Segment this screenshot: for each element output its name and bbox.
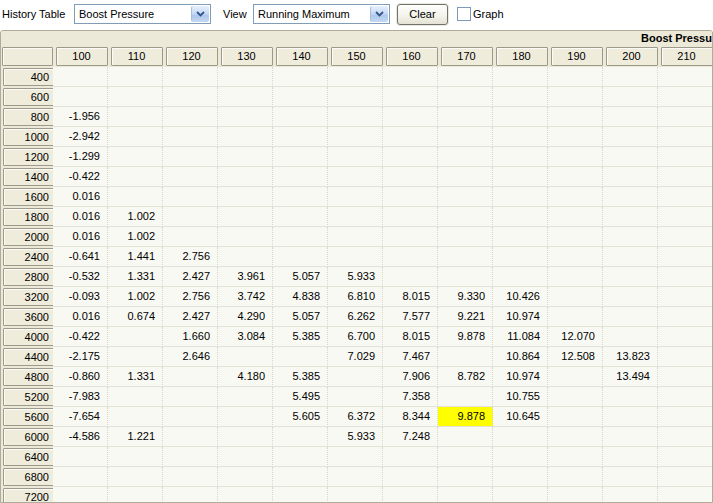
cell[interactable]: 3.084 — [218, 327, 273, 347]
cell[interactable] — [273, 127, 328, 147]
cell[interactable] — [273, 67, 328, 87]
cell[interactable]: 9.330 — [438, 287, 493, 307]
cell[interactable] — [603, 227, 658, 247]
cell[interactable] — [383, 447, 438, 467]
cell[interactable] — [163, 207, 218, 227]
cell[interactable] — [108, 187, 163, 207]
cell[interactable] — [438, 267, 493, 287]
cell[interactable] — [273, 107, 328, 127]
cell[interactable]: 2.646 — [163, 347, 218, 367]
graph-checkbox[interactable] — [457, 7, 471, 21]
cell[interactable] — [438, 127, 493, 147]
cell[interactable]: 5.057 — [273, 307, 328, 327]
cell[interactable] — [603, 267, 658, 287]
cell[interactable]: -0.422 — [53, 327, 108, 347]
cell[interactable] — [493, 107, 548, 127]
cell[interactable]: 2.427 — [163, 267, 218, 287]
cell[interactable]: 7.029 — [328, 347, 383, 367]
cell[interactable] — [438, 247, 493, 267]
cell[interactable] — [163, 87, 218, 107]
cell[interactable]: 5.495 — [273, 387, 328, 407]
cell[interactable]: 12.070 — [548, 327, 603, 347]
cell[interactable] — [548, 427, 603, 447]
cell[interactable]: 1.660 — [163, 327, 218, 347]
cell[interactable] — [658, 127, 713, 147]
cell[interactable] — [273, 227, 328, 247]
cell[interactable] — [328, 187, 383, 207]
cell[interactable]: -0.641 — [53, 247, 108, 267]
cell[interactable] — [548, 87, 603, 107]
cell[interactable] — [218, 387, 273, 407]
cell[interactable]: -2.175 — [53, 347, 108, 367]
cell[interactable] — [383, 487, 438, 503]
cell[interactable]: -0.860 — [53, 367, 108, 387]
cell[interactable] — [493, 267, 548, 287]
cell[interactable] — [218, 187, 273, 207]
cell[interactable] — [493, 207, 548, 227]
cell[interactable] — [493, 147, 548, 167]
cell[interactable]: 10.645 — [493, 407, 548, 427]
cell[interactable]: 7.906 — [383, 367, 438, 387]
cell[interactable]: 9.221 — [438, 307, 493, 327]
cell[interactable] — [658, 287, 713, 307]
cell[interactable]: 10.864 — [493, 347, 548, 367]
cell[interactable] — [273, 187, 328, 207]
cell[interactable]: 5.057 — [273, 267, 328, 287]
cell[interactable] — [603, 67, 658, 87]
cell[interactable]: 1.441 — [108, 247, 163, 267]
cell[interactable]: 0.016 — [53, 187, 108, 207]
chevron-down-icon[interactable] — [370, 6, 388, 22]
cell[interactable] — [493, 467, 548, 487]
cell[interactable]: 5.385 — [273, 367, 328, 387]
cell[interactable] — [438, 87, 493, 107]
cell[interactable] — [493, 247, 548, 267]
cell[interactable] — [548, 407, 603, 427]
cell[interactable]: -0.422 — [53, 167, 108, 187]
cell[interactable] — [328, 247, 383, 267]
cell[interactable]: 0.016 — [53, 227, 108, 247]
cell[interactable] — [328, 467, 383, 487]
cell[interactable] — [438, 187, 493, 207]
cell[interactable]: 11.084 — [493, 327, 548, 347]
cell[interactable]: 7.248 — [383, 427, 438, 447]
cell[interactable] — [603, 307, 658, 327]
cell[interactable] — [658, 107, 713, 127]
cell[interactable] — [603, 327, 658, 347]
cell[interactable] — [658, 67, 713, 87]
cell[interactable] — [273, 427, 328, 447]
cell[interactable] — [493, 67, 548, 87]
cell[interactable] — [218, 487, 273, 503]
cell[interactable] — [548, 127, 603, 147]
cell[interactable]: 2.427 — [163, 307, 218, 327]
cell[interactable] — [603, 187, 658, 207]
cell[interactable]: 6.810 — [328, 287, 383, 307]
cell[interactable] — [438, 467, 493, 487]
cell[interactable] — [603, 147, 658, 167]
cell[interactable] — [163, 487, 218, 503]
cell[interactable] — [548, 107, 603, 127]
cell[interactable] — [603, 107, 658, 127]
cell[interactable] — [383, 467, 438, 487]
cell[interactable] — [548, 67, 603, 87]
cell[interactable] — [658, 427, 713, 447]
cell[interactable] — [493, 427, 548, 447]
cell[interactable]: 10.755 — [493, 387, 548, 407]
cell[interactable] — [383, 67, 438, 87]
cell[interactable] — [218, 107, 273, 127]
cell[interactable] — [328, 227, 383, 247]
cell[interactable]: 13.823 — [603, 347, 658, 367]
cell[interactable] — [603, 167, 658, 187]
cell[interactable] — [548, 187, 603, 207]
cell[interactable] — [658, 247, 713, 267]
cell[interactable] — [383, 207, 438, 227]
cell[interactable] — [218, 247, 273, 267]
cell[interactable] — [273, 447, 328, 467]
cell[interactable]: 8.344 — [383, 407, 438, 427]
cell[interactable] — [383, 127, 438, 147]
cell[interactable]: 3.961 — [218, 267, 273, 287]
view-select[interactable]: Running Maximum — [253, 4, 390, 24]
cell[interactable] — [218, 467, 273, 487]
cell[interactable] — [603, 87, 658, 107]
cell[interactable] — [328, 367, 383, 387]
cell[interactable] — [218, 67, 273, 87]
